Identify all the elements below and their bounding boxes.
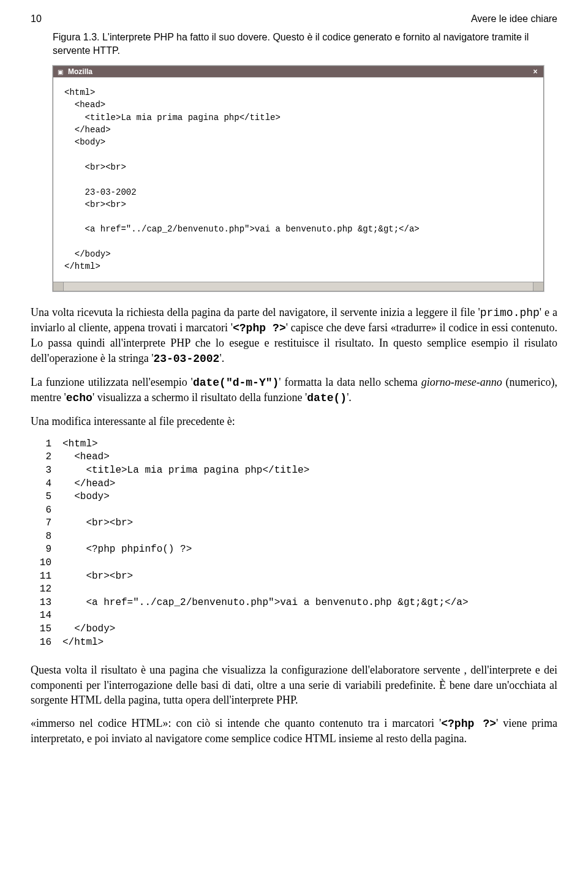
window-titlebar: ▣ Mozilla × [53, 66, 543, 77]
inline-code: 23-03-2002 [153, 353, 219, 365]
close-icon[interactable]: × [530, 67, 541, 76]
paragraph-5: «immerso nel codice HTML»: con ciò si in… [31, 716, 557, 746]
paragraph-2: La funzione utilizzata nell'esempio 'dat… [31, 375, 557, 406]
code-listing: 1<html> 2 <head> 3 <title>La mia prima p… [31, 438, 557, 650]
page-header: 10 Avere le idee chiare [31, 13, 557, 24]
inline-code: <?php ?> [441, 718, 496, 730]
scrollbar[interactable] [53, 282, 543, 291]
inline-code: echo [66, 392, 92, 404]
paragraph-1: Una volta ricevuta la richiesta della pa… [31, 305, 557, 366]
window-title: Mozilla [68, 67, 526, 76]
italic-term: giorno-mese-anno [421, 376, 502, 388]
window-body: <html> <head> <title>La mia prima pagina… [53, 77, 543, 281]
paragraph-4: Questa volta il risultato è una pagina c… [31, 663, 557, 707]
window-file-icon: ▣ [56, 67, 64, 76]
inline-code: <?php ?> [233, 322, 286, 334]
figure-caption: Figura 1.3. L'interprete PHP ha fatto il… [53, 31, 543, 57]
page-number: 10 [31, 13, 42, 24]
browser-window: ▣ Mozilla × <html> <head> <title>La mia … [53, 66, 544, 291]
inline-code: date() [307, 392, 347, 404]
inline-code: date("d-m-Y") [193, 377, 279, 389]
running-title: Avere le idee chiare [471, 13, 557, 24]
paragraph-3: Una modifica interessante al file preced… [31, 414, 557, 429]
inline-code: primo.php [480, 307, 540, 319]
